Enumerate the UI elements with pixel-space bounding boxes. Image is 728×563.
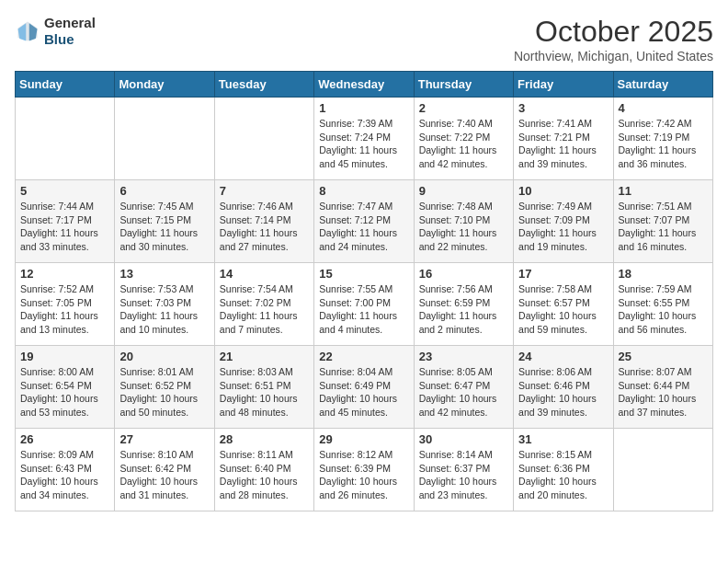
day-number: 15 bbox=[319, 267, 408, 281]
day-info: Sunrise: 8:12 AM Sunset: 6:39 PM Dayligh… bbox=[319, 448, 408, 502]
calendar-cell: 15Sunrise: 7:55 AM Sunset: 7:00 PM Dayli… bbox=[314, 263, 414, 346]
day-number: 2 bbox=[419, 101, 508, 115]
weekday-header-row: SundayMondayTuesdayWednesdayThursdayFrid… bbox=[16, 72, 713, 98]
title-area: October 2025 Northview, Michigan, United… bbox=[514, 15, 713, 63]
day-info: Sunrise: 7:39 AM Sunset: 7:24 PM Dayligh… bbox=[319, 117, 408, 171]
calendar-cell: 13Sunrise: 7:53 AM Sunset: 7:03 PM Dayli… bbox=[115, 263, 214, 346]
calendar-cell: 17Sunrise: 7:58 AM Sunset: 6:57 PM Dayli… bbox=[514, 263, 613, 346]
day-number: 14 bbox=[220, 267, 309, 281]
weekday-header: Wednesday bbox=[314, 72, 414, 98]
day-number: 5 bbox=[20, 184, 109, 198]
calendar-cell: 27Sunrise: 8:10 AM Sunset: 6:42 PM Dayli… bbox=[115, 429, 214, 511]
day-number: 29 bbox=[319, 432, 408, 446]
calendar-cell: 4Sunrise: 7:42 AM Sunset: 7:19 PM Daylig… bbox=[613, 98, 712, 180]
day-number: 26 bbox=[20, 432, 109, 446]
calendar-cell: 7Sunrise: 7:46 AM Sunset: 7:14 PM Daylig… bbox=[214, 180, 313, 263]
day-info: Sunrise: 8:14 AM Sunset: 6:37 PM Dayligh… bbox=[419, 448, 508, 502]
calendar-cell: 31Sunrise: 8:15 AM Sunset: 6:36 PM Dayli… bbox=[514, 429, 613, 511]
day-info: Sunrise: 7:46 AM Sunset: 7:14 PM Dayligh… bbox=[220, 200, 309, 254]
calendar-cell: 24Sunrise: 8:06 AM Sunset: 6:46 PM Dayli… bbox=[514, 346, 613, 429]
calendar-table: SundayMondayTuesdayWednesdayThursdayFrid… bbox=[15, 71, 713, 511]
day-number: 12 bbox=[20, 267, 109, 281]
calendar-week-row: 1Sunrise: 7:39 AM Sunset: 7:24 PM Daylig… bbox=[16, 98, 713, 180]
weekday-header: Monday bbox=[115, 72, 214, 98]
day-info: Sunrise: 7:45 AM Sunset: 7:15 PM Dayligh… bbox=[119, 200, 209, 254]
day-number: 21 bbox=[220, 350, 309, 363]
calendar-cell: 8Sunrise: 7:47 AM Sunset: 7:12 PM Daylig… bbox=[314, 180, 414, 263]
day-info: Sunrise: 7:53 AM Sunset: 7:03 PM Dayligh… bbox=[119, 282, 209, 337]
day-number: 16 bbox=[419, 267, 508, 281]
day-number: 25 bbox=[619, 350, 708, 363]
weekday-header: Saturday bbox=[613, 72, 712, 98]
calendar-cell: 16Sunrise: 7:56 AM Sunset: 6:59 PM Dayli… bbox=[414, 263, 513, 346]
day-number: 30 bbox=[419, 432, 508, 446]
day-info: Sunrise: 7:55 AM Sunset: 7:00 PM Dayligh… bbox=[319, 282, 408, 337]
day-info: Sunrise: 8:09 AM Sunset: 6:43 PM Dayligh… bbox=[20, 448, 109, 502]
day-info: Sunrise: 8:01 AM Sunset: 6:52 PM Dayligh… bbox=[119, 365, 209, 419]
day-info: Sunrise: 7:54 AM Sunset: 7:02 PM Dayligh… bbox=[220, 282, 309, 337]
day-number: 27 bbox=[119, 432, 209, 446]
calendar-cell: 20Sunrise: 8:01 AM Sunset: 6:52 PM Dayli… bbox=[115, 346, 214, 429]
day-info: Sunrise: 7:42 AM Sunset: 7:19 PM Dayligh… bbox=[619, 117, 708, 171]
day-number: 22 bbox=[319, 350, 408, 363]
calendar-week-row: 26Sunrise: 8:09 AM Sunset: 6:43 PM Dayli… bbox=[16, 429, 713, 511]
calendar-cell: 3Sunrise: 7:41 AM Sunset: 7:21 PM Daylig… bbox=[514, 98, 613, 180]
day-number: 28 bbox=[220, 432, 309, 446]
day-number: 18 bbox=[619, 267, 708, 281]
day-info: Sunrise: 7:47 AM Sunset: 7:12 PM Dayligh… bbox=[319, 200, 408, 254]
day-info: Sunrise: 8:06 AM Sunset: 6:46 PM Dayligh… bbox=[518, 365, 608, 419]
calendar-cell: 28Sunrise: 8:11 AM Sunset: 6:40 PM Dayli… bbox=[214, 429, 313, 511]
calendar-cell: 30Sunrise: 8:14 AM Sunset: 6:37 PM Dayli… bbox=[414, 429, 513, 511]
day-info: Sunrise: 7:41 AM Sunset: 7:21 PM Dayligh… bbox=[518, 117, 608, 171]
calendar-week-row: 5Sunrise: 7:44 AM Sunset: 7:17 PM Daylig… bbox=[16, 180, 713, 263]
day-number: 6 bbox=[119, 184, 209, 198]
day-info: Sunrise: 7:48 AM Sunset: 7:10 PM Dayligh… bbox=[419, 200, 508, 254]
month-title: October 2025 bbox=[514, 15, 713, 49]
day-number: 23 bbox=[419, 350, 508, 363]
logo: General Blue bbox=[15, 15, 96, 48]
calendar-cell: 26Sunrise: 8:09 AM Sunset: 6:43 PM Dayli… bbox=[16, 429, 115, 511]
day-info: Sunrise: 7:58 AM Sunset: 6:57 PM Dayligh… bbox=[518, 282, 608, 337]
calendar-cell: 22Sunrise: 8:04 AM Sunset: 6:49 PM Dayli… bbox=[314, 346, 414, 429]
calendar-cell: 10Sunrise: 7:49 AM Sunset: 7:09 PM Dayli… bbox=[514, 180, 613, 263]
day-info: Sunrise: 7:52 AM Sunset: 7:05 PM Dayligh… bbox=[20, 282, 109, 337]
day-info: Sunrise: 7:56 AM Sunset: 6:59 PM Dayligh… bbox=[419, 282, 508, 337]
logo-blue: Blue bbox=[44, 31, 96, 48]
day-info: Sunrise: 7:59 AM Sunset: 6:55 PM Dayligh… bbox=[619, 282, 708, 337]
logo-icon bbox=[15, 18, 40, 44]
calendar-cell: 9Sunrise: 7:48 AM Sunset: 7:10 PM Daylig… bbox=[414, 180, 513, 263]
calendar-cell: 11Sunrise: 7:51 AM Sunset: 7:07 PM Dayli… bbox=[613, 180, 712, 263]
day-number: 13 bbox=[119, 267, 209, 281]
page-header: General Blue October 2025 Northview, Mic… bbox=[15, 15, 713, 63]
calendar-week-row: 12Sunrise: 7:52 AM Sunset: 7:05 PM Dayli… bbox=[16, 263, 713, 346]
day-number: 11 bbox=[619, 184, 708, 198]
logo-general: General bbox=[44, 15, 96, 31]
day-info: Sunrise: 8:10 AM Sunset: 6:42 PM Dayligh… bbox=[119, 448, 209, 502]
day-number: 10 bbox=[518, 184, 608, 198]
calendar-cell bbox=[214, 98, 313, 180]
day-number: 8 bbox=[319, 184, 408, 198]
day-number: 9 bbox=[419, 184, 508, 198]
calendar-cell: 2Sunrise: 7:40 AM Sunset: 7:22 PM Daylig… bbox=[414, 98, 513, 180]
day-info: Sunrise: 7:49 AM Sunset: 7:09 PM Dayligh… bbox=[518, 200, 608, 254]
calendar-cell: 1Sunrise: 7:39 AM Sunset: 7:24 PM Daylig… bbox=[314, 98, 414, 180]
day-info: Sunrise: 8:05 AM Sunset: 6:47 PM Dayligh… bbox=[419, 365, 508, 419]
day-info: Sunrise: 7:44 AM Sunset: 7:17 PM Dayligh… bbox=[20, 200, 109, 254]
day-number: 24 bbox=[518, 350, 608, 363]
weekday-header: Thursday bbox=[414, 72, 513, 98]
day-number: 1 bbox=[319, 101, 408, 115]
day-number: 7 bbox=[220, 184, 309, 198]
day-info: Sunrise: 8:04 AM Sunset: 6:49 PM Dayligh… bbox=[319, 365, 408, 419]
day-number: 3 bbox=[518, 101, 608, 115]
calendar-cell bbox=[16, 98, 115, 180]
calendar-cell: 12Sunrise: 7:52 AM Sunset: 7:05 PM Dayli… bbox=[16, 263, 115, 346]
location: Northview, Michigan, United States bbox=[514, 49, 713, 63]
day-info: Sunrise: 8:07 AM Sunset: 6:44 PM Dayligh… bbox=[619, 365, 708, 419]
day-info: Sunrise: 7:40 AM Sunset: 7:22 PM Dayligh… bbox=[419, 117, 508, 171]
day-info: Sunrise: 8:00 AM Sunset: 6:54 PM Dayligh… bbox=[20, 365, 109, 419]
calendar-cell bbox=[613, 429, 712, 511]
calendar-cell: 25Sunrise: 8:07 AM Sunset: 6:44 PM Dayli… bbox=[613, 346, 712, 429]
weekday-header: Tuesday bbox=[214, 72, 313, 98]
day-number: 19 bbox=[20, 350, 109, 363]
weekday-header: Friday bbox=[514, 72, 613, 98]
